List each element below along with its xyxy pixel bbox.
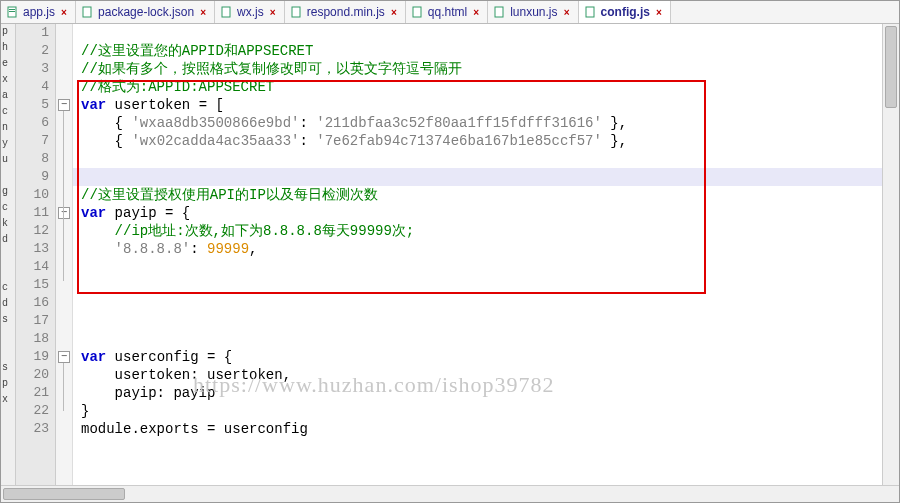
- svg-rect-4: [222, 7, 230, 17]
- tab-label: respond.min.js: [307, 5, 385, 19]
- tab-respond-min-js[interactable]: respond.min.js ×: [285, 1, 406, 23]
- editor-main: p h e x a c n y u g c k d c d s s p x 1: [1, 24, 899, 485]
- tab-package-lock[interactable]: package-lock.json ×: [76, 1, 215, 23]
- tab-label: package-lock.json: [98, 5, 194, 19]
- file-icon: [291, 6, 303, 18]
- code-line: [73, 312, 882, 330]
- code-line: [73, 294, 882, 312]
- svg-rect-5: [292, 7, 300, 17]
- line-number: 4: [16, 78, 49, 96]
- code-line: payip: payip: [73, 384, 882, 402]
- fold-toggle[interactable]: −: [58, 99, 70, 111]
- tab-label: app.js: [23, 5, 55, 19]
- fold-line: [63, 363, 64, 411]
- line-number: 9: [16, 168, 49, 186]
- scrollbar-thumb[interactable]: [3, 488, 125, 500]
- tab-label: wx.js: [237, 5, 264, 19]
- fold-line: [63, 111, 64, 281]
- tab-qq-html[interactable]: qq.html ×: [406, 1, 488, 23]
- close-icon[interactable]: ×: [389, 7, 399, 17]
- code-line: [73, 258, 882, 276]
- tab-app-js[interactable]: app.js ×: [1, 1, 76, 23]
- line-number: 1: [16, 24, 49, 42]
- line-number-gutter: 1 2 3 4 5 6 7 8 9 10 11 12 13 14 15 16 1…: [16, 24, 56, 485]
- code-line: [73, 276, 882, 294]
- line-number: 18: [16, 330, 49, 348]
- editor-window: app.js × package-lock.json × wx.js × res…: [0, 0, 900, 503]
- code-line: { 'wxaa8db3500866e9bd': '211dbfaa3c52f80…: [73, 114, 882, 132]
- line-number: 20: [16, 366, 49, 384]
- file-icon: [412, 6, 424, 18]
- line-number: 14: [16, 258, 49, 276]
- tab-config-js[interactable]: config.js ×: [579, 1, 671, 23]
- tab-wx-js[interactable]: wx.js ×: [215, 1, 285, 23]
- line-number: 16: [16, 294, 49, 312]
- line-number: 21: [16, 384, 49, 402]
- svg-rect-1: [9, 9, 15, 10]
- code-line: var payip = {: [73, 204, 882, 222]
- code-line: [73, 24, 882, 42]
- file-icon: [494, 6, 506, 18]
- code-line: //如果有多个，按照格式复制修改即可，以英文字符逗号隔开: [73, 60, 882, 78]
- close-icon[interactable]: ×: [654, 7, 664, 17]
- code-line: var userconfig = {: [73, 348, 882, 366]
- code-line: [73, 150, 882, 168]
- code-line: }: [73, 402, 882, 420]
- code-editor[interactable]: //这里设置您的APPID和APPSECRET //如果有多个，按照格式复制修改…: [73, 24, 882, 485]
- code-line: module.exports = userconfig: [73, 420, 882, 438]
- code-line: //这里设置授权使用API的IP以及每日检测次数: [73, 186, 882, 204]
- code-line: '8.8.8.8': 99999,: [73, 240, 882, 258]
- tab-label: qq.html: [428, 5, 467, 19]
- svg-rect-2: [9, 11, 15, 12]
- close-icon[interactable]: ×: [268, 7, 278, 17]
- line-number: 23: [16, 420, 49, 438]
- close-icon[interactable]: ×: [562, 7, 572, 17]
- tab-bar: app.js × package-lock.json × wx.js × res…: [1, 1, 899, 24]
- tab-lunxun-js[interactable]: lunxun.js ×: [488, 1, 578, 23]
- horizontal-scrollbar[interactable]: [1, 485, 899, 502]
- file-icon: [82, 6, 94, 18]
- tab-label: config.js: [601, 5, 650, 19]
- line-number: 13: [16, 240, 49, 258]
- line-number: 2: [16, 42, 49, 60]
- svg-rect-6: [413, 7, 421, 17]
- line-number: 12: [16, 222, 49, 240]
- code-line: usertoken: usertoken,: [73, 366, 882, 384]
- code-line: //ip地址:次数,如下为8.8.8.8每天99999次;: [73, 222, 882, 240]
- file-icon: [7, 6, 19, 18]
- file-icon: [221, 6, 233, 18]
- vertical-scrollbar[interactable]: [882, 24, 899, 485]
- code-line-current: [73, 168, 882, 186]
- svg-rect-3: [83, 7, 91, 17]
- fold-toggle[interactable]: −: [58, 351, 70, 363]
- scrollbar-thumb[interactable]: [885, 26, 897, 108]
- line-number: 11: [16, 204, 49, 222]
- close-icon[interactable]: ×: [59, 7, 69, 17]
- tab-label: lunxun.js: [510, 5, 557, 19]
- line-number: 15: [16, 276, 49, 294]
- fold-gutter: − − −: [56, 24, 73, 485]
- line-number: 22: [16, 402, 49, 420]
- line-number: 10: [16, 186, 49, 204]
- file-icon: [585, 6, 597, 18]
- close-icon[interactable]: ×: [198, 7, 208, 17]
- line-number: 3: [16, 60, 49, 78]
- code-line: //格式为:APPID:APPSECRET: [73, 78, 882, 96]
- line-number: 7: [16, 132, 49, 150]
- code-line: //这里设置您的APPID和APPSECRET: [73, 42, 882, 60]
- svg-rect-8: [586, 7, 594, 17]
- line-number: 8: [16, 150, 49, 168]
- close-icon[interactable]: ×: [471, 7, 481, 17]
- svg-rect-7: [495, 7, 503, 17]
- code-line: { 'wx02cadda4ac35aa33': '7e62fab94c71374…: [73, 132, 882, 150]
- line-number: 5: [16, 96, 49, 114]
- fold-toggle[interactable]: −: [58, 207, 70, 219]
- line-number: 6: [16, 114, 49, 132]
- code-line: var usertoken = [: [73, 96, 882, 114]
- line-number: 19: [16, 348, 49, 366]
- left-panel-hints: p h e x a c n y u g c k d c d s s p x: [1, 24, 16, 485]
- line-number: 17: [16, 312, 49, 330]
- code-line: [73, 330, 882, 348]
